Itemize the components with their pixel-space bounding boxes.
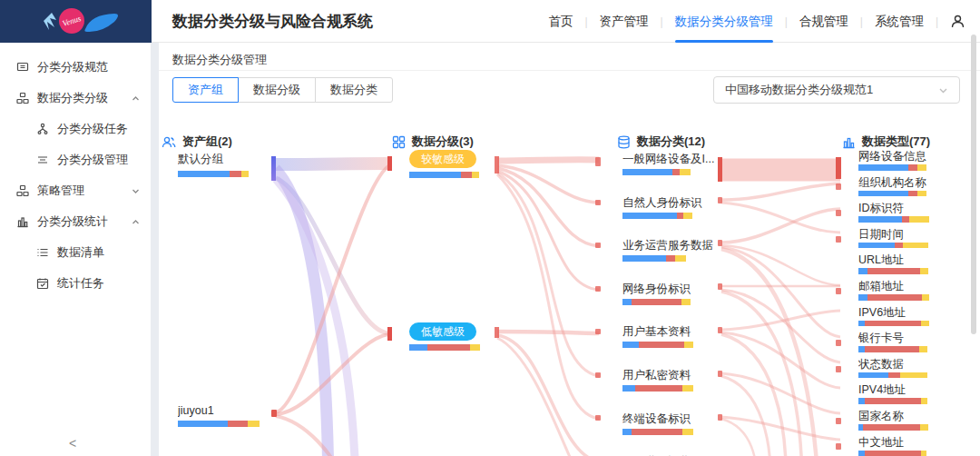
logo-star-shape (44, 13, 56, 30)
column-title: 数据分类(12) (637, 134, 705, 150)
sankey-node[interactable]: 日期时间 (858, 228, 967, 254)
node-distribution-bar (858, 294, 967, 301)
sidebar-item-strategy[interactable]: 策略管理 (0, 175, 151, 206)
sankey-node[interactable]: URL地址 (858, 253, 967, 280)
nav-compliance[interactable]: 合规管理 (799, 0, 848, 43)
node-distribution-bar (858, 451, 967, 456)
column-header-data-level: 数据分级(3) (392, 134, 474, 150)
database-icon (617, 135, 631, 149)
spec-select[interactable]: 中国移动数据分类分级规范1 (713, 76, 960, 104)
classify-icon (16, 92, 29, 104)
content-card: 资产组 数据分级 数据分类 中国移动数据分类分级规范1 (159, 70, 980, 456)
manage-icon (36, 154, 49, 166)
node-label: 银行卡号 (858, 332, 965, 345)
sankey-node-level-low[interactable]: 低敏感级 (409, 322, 480, 351)
node-label: 网络身份标识 (622, 282, 730, 297)
sidebar-item-label: 分类分级管理 (57, 152, 128, 168)
nav-asset-mgmt[interactable]: 资产管理 (600, 0, 649, 43)
sankey-node[interactable]: 中文地址 (858, 436, 967, 456)
chevron-up-icon (132, 94, 140, 103)
node-distribution-bar (622, 299, 731, 305)
job-icon (36, 277, 49, 290)
nav-home[interactable]: 首页 (548, 0, 573, 43)
sankey-node[interactable]: 用户私密资料 (622, 368, 731, 411)
sidebar-item-label: 数据清单 (57, 244, 104, 261)
sidebar-item-label: 分类分级规范 (37, 59, 108, 75)
sankey-node[interactable]: IPV6地址 (858, 306, 967, 332)
sankey-node[interactable]: 组织机构名称 (858, 176, 967, 203)
node-label: IPV4地址 (858, 383, 965, 397)
node-distribution-bar (858, 216, 967, 223)
node-label: 一般网络设备及I... (622, 152, 730, 167)
node-distribution-bar (178, 171, 249, 177)
node-label: 国家名称 (858, 410, 965, 423)
nav-divider: | (936, 15, 938, 28)
task-icon (36, 123, 49, 135)
sidebar-collapse-button[interactable]: < (62, 436, 83, 451)
column-title: 资产组(2) (182, 134, 232, 150)
sankey-node[interactable]: 邮箱地址 (858, 280, 967, 306)
node-label: 日期时间 (858, 228, 965, 242)
sidebar-item-spec[interactable]: 分类分级规范 (0, 52, 151, 83)
node-distribution-bar (858, 243, 967, 249)
sankey-node[interactable]: ID标识符 (858, 202, 967, 228)
column-header-data-type: 数据类型(77) (842, 134, 930, 150)
column-data-class-items: 一般网络设备及I... 自然人身份标识 业务运营服务数据 (622, 152, 731, 456)
node-label: 状态数据 (858, 358, 965, 372)
sankey-node[interactable]: 网络身份标识 (622, 282, 731, 325)
node-label: URL地址 (858, 253, 965, 267)
tab-data-class[interactable]: 数据分类 (315, 77, 393, 103)
sankey-node[interactable]: 一般网络设备及I... (622, 152, 731, 195)
sankey-node[interactable]: 终端设备标识 (622, 411, 731, 455)
app-window: Venus 数据分类分级与风险合规系统 首页 | 资产管理 | 数据分类分级管理… (0, 0, 980, 456)
sankey-node[interactable]: 状态数据 (858, 358, 967, 384)
nav-divider: | (860, 15, 863, 28)
sankey-node[interactable]: IPV4地址 (858, 383, 967, 410)
sankey-node[interactable]: 自然人身份标识 (622, 195, 731, 239)
node-label: 终端设备标识 (622, 411, 730, 427)
sankey-diagram: 资产组(2) 数据分级(3) 数据分类(12) (159, 107, 980, 456)
stats-icon (16, 215, 29, 228)
node-distribution-bar (622, 429, 731, 435)
sankey-node[interactable]: 网络设备信息 (858, 150, 967, 176)
node-label: jiuyou1 (178, 404, 260, 417)
node-label: 默认分组 (178, 152, 249, 167)
sankey-node[interactable]: 用户基本资料 (622, 324, 731, 368)
chevron-down-icon (938, 85, 948, 95)
node-label: 业务运营服务数据 (622, 238, 730, 253)
nav-data-classification[interactable]: 数据分类分级管理 (675, 0, 773, 43)
sidebar-item-label: 分类分级任务 (57, 121, 128, 137)
column-data-type-items: 网络设备信息 组织机构名称 ID标识符 (858, 150, 967, 456)
sankey-node-level-medium[interactable]: 较敏感级 (409, 150, 479, 178)
sidebar-item-data-classify[interactable]: 数据分类分级 (0, 83, 151, 114)
column-header-data-class: 数据分类(12) (617, 134, 705, 150)
sankey-node-default-group[interactable]: 默认分组 (178, 152, 249, 177)
node-distribution-bar (622, 342, 731, 348)
node-distribution-bar (858, 372, 967, 379)
sankey-node[interactable]: 业务运营服务数据 (622, 238, 731, 282)
chevron-up-icon (132, 218, 140, 226)
sankey-node-jiuyou1[interactable]: jiuyou1 (178, 404, 260, 427)
sidebar-item-stat-task[interactable]: 统计任务 (0, 268, 151, 299)
tab-data-level[interactable]: 数据分级 (238, 77, 316, 103)
user-icon[interactable] (950, 14, 965, 29)
node-distribution-bar (858, 164, 967, 171)
sankey-node[interactable]: 国家名称 (858, 410, 967, 436)
sidebar-item-classify-task[interactable]: 分类分级任务 (0, 114, 151, 144)
node-label: ID标识符 (858, 202, 965, 215)
sidebar-item-label: 策略管理 (37, 183, 84, 199)
sidebar-item-stats[interactable]: 分类分级统计 (0, 206, 151, 237)
sankey-node[interactable]: 银行卡号 (858, 332, 967, 358)
sidebar-item-classify-manage[interactable]: 分类分级管理 (0, 144, 151, 175)
tab-asset-group[interactable]: 资产组 (172, 77, 239, 103)
node-distribution-bar (858, 398, 967, 404)
nav-divider: | (661, 15, 663, 28)
node-distribution-bar (622, 255, 731, 262)
node-label: 用户基本资料 (622, 324, 730, 340)
sidebar-item-data-list[interactable]: 数据清单 (0, 237, 151, 268)
sidebar-item-label: 统计任务 (57, 275, 104, 292)
nav-system-mgmt[interactable]: 系统管理 (875, 0, 924, 43)
node-label: 中文地址 (858, 436, 965, 450)
vertical-scrollbar-thumb[interactable] (971, 35, 976, 334)
node-label: 用户私密资料 (622, 368, 730, 383)
